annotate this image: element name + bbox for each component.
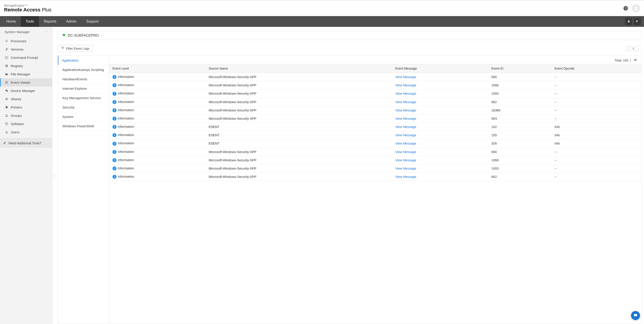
cell-id: 1003	[488, 90, 552, 98]
sidebar-section-header[interactable]: System Manager	[0, 27, 52, 37]
view-message-link[interactable]: View Message	[395, 117, 416, 120]
info-icon: i	[112, 100, 116, 104]
nav-left: Home Tools Reports Admin Support	[0, 16, 104, 27]
info-icon: i	[112, 92, 116, 96]
cell-level: iInformation	[109, 164, 206, 173]
cell-message: View Message	[392, 106, 488, 114]
view-message-link[interactable]: View Message	[395, 142, 416, 145]
sidebar-item-label: Services	[11, 48, 24, 51]
table-header-row: Event LevelSource NameEvent MessageEvent…	[109, 64, 642, 73]
cell-id: 902	[488, 98, 552, 106]
cell-level: iInformation	[109, 156, 206, 164]
device-selector[interactable]: DC-SURFACEPRO	[58, 31, 642, 40]
bolt-icon[interactable]	[634, 18, 641, 25]
nav-right	[625, 16, 641, 27]
cell-id: 326	[488, 139, 552, 148]
pager-next[interactable]: ›	[636, 46, 641, 51]
brand-product: Remote Access Plus	[4, 7, 52, 13]
table-row: iInformationESENTView Message105Info	[109, 131, 642, 139]
device-icon	[4, 89, 8, 92]
svg-point-3	[6, 115, 6, 115]
chat-fab[interactable]	[631, 311, 640, 320]
nav-support[interactable]: Support	[81, 16, 104, 27]
pager-prev[interactable]: ‹	[626, 46, 631, 51]
category-item[interactable]: System	[58, 112, 109, 122]
sidebar-item-printers[interactable]: Printers	[0, 103, 52, 111]
sidebar-item-services[interactable]: Services	[0, 45, 52, 54]
cell-opcode: --	[552, 164, 642, 173]
view-message-link[interactable]: View Message	[395, 109, 416, 112]
nav-reports[interactable]: Reports	[39, 16, 61, 27]
view-message-link[interactable]: View Message	[395, 84, 416, 87]
category-item[interactable]: HardwareEvents	[58, 75, 109, 84]
view-message-link[interactable]: View Message	[395, 100, 416, 104]
cell-source: Microsoft-Windows-Security-SPP	[206, 114, 392, 123]
view-message-link[interactable]: View Message	[395, 75, 416, 79]
column-header[interactable]: Event Opcode	[552, 64, 642, 73]
category-item[interactable]: Key Management Service	[58, 93, 109, 103]
sidebar-item-groups[interactable]: Groups	[0, 111, 52, 120]
sidebar-item-event-viewer[interactable]: Event Viewer	[0, 78, 52, 87]
svg-point-0	[6, 41, 7, 42]
table-row: iInformationMicrosoft-Windows-Security-S…	[109, 90, 642, 98]
filter-event-logs-button[interactable]: Filter Event Logs	[58, 45, 93, 52]
sidebar-item-label: Processes	[11, 39, 26, 43]
column-header[interactable]: Event Message	[392, 64, 488, 73]
sidebar-item-label: Software	[11, 122, 24, 126]
nav-admin[interactable]: Admin	[61, 16, 81, 27]
sidebar-item-software[interactable]: Software	[0, 120, 52, 128]
cell-message: View Message	[392, 173, 488, 181]
cell-opcode: Info	[552, 139, 642, 148]
cell-message: View Message	[392, 90, 488, 98]
rocket-icon[interactable]	[625, 18, 632, 25]
view-message-link[interactable]: View Message	[395, 167, 416, 170]
cell-message: View Message	[392, 123, 488, 131]
brand-arc-icon	[24, 4, 28, 7]
view-message-link[interactable]: View Message	[395, 92, 416, 95]
category-item[interactable]: Windows PowerShell	[58, 122, 109, 131]
cell-source: Microsoft-Windows-Security-SPP	[206, 98, 392, 106]
user-avatar[interactable]	[632, 4, 640, 12]
view-message-link[interactable]: View Message	[395, 133, 416, 137]
sidebar-item-registry[interactable]: Registry	[0, 62, 52, 70]
columns-icon[interactable]	[634, 58, 637, 62]
column-header[interactable]: Source Name	[206, 64, 392, 73]
table-row: iInformationMicrosoft-Windows-Security-S…	[109, 73, 642, 81]
need-additional-tools[interactable]: Need Additional Tools?	[0, 138, 52, 148]
category-item[interactable]: Application	[58, 56, 109, 65]
view-message-link[interactable]: View Message	[395, 158, 416, 162]
view-message-link[interactable]: View Message	[395, 125, 416, 129]
cell-source: ESENT	[206, 139, 392, 148]
cell-source: Microsoft-Windows-Security-SPP	[206, 173, 392, 181]
brand-logo: ManageEngine Remote Access Plus	[4, 4, 52, 13]
info-icon: i	[112, 150, 116, 154]
cell-source: Microsoft-Windows-Security-SPP	[206, 73, 392, 81]
sidebar-item-command-prompt[interactable]: Command Prompt	[0, 54, 52, 62]
category-item[interactable]: Internet Explorer	[58, 84, 109, 93]
filter-icon	[61, 47, 64, 50]
table-row: iInformationMicrosoft-Windows-Security-S…	[109, 114, 642, 123]
sidebar-item-file-manager[interactable]: File Manager	[0, 70, 52, 78]
category-item[interactable]: ApplicationKaseya Scripting	[58, 65, 109, 75]
column-header[interactable]: Event ID	[488, 64, 552, 73]
cell-message: View Message	[392, 114, 488, 123]
cell-level: iInformation	[109, 148, 206, 156]
view-message-link[interactable]: View Message	[395, 175, 416, 179]
cell-id: 902	[488, 173, 552, 181]
table-row: iInformationESENTView Message326Info	[109, 139, 642, 148]
brand-me-text: ManageEngine	[4, 4, 24, 7]
sidebar-item-users[interactable]: Users	[0, 128, 52, 136]
nav-tools[interactable]: Tools	[21, 16, 39, 27]
share-icon	[4, 97, 8, 101]
sidebar-item-device-manager[interactable]: Device Manager	[0, 87, 52, 95]
help-icon[interactable]: ?	[624, 6, 628, 11]
sidebar-item-processes[interactable]: Processes	[0, 37, 52, 45]
nav-home[interactable]: Home	[0, 16, 21, 27]
view-message-link[interactable]: View Message	[395, 150, 416, 154]
category-item[interactable]: Security	[58, 103, 109, 112]
sidebar-collapse-handle[interactable]: ║	[52, 171, 55, 179]
sidebar-item-shares[interactable]: Shares	[0, 95, 52, 103]
column-header[interactable]: Event Level	[109, 64, 206, 73]
info-icon: i	[112, 133, 116, 137]
sidebar-item-label: Command Prompt	[11, 56, 38, 60]
